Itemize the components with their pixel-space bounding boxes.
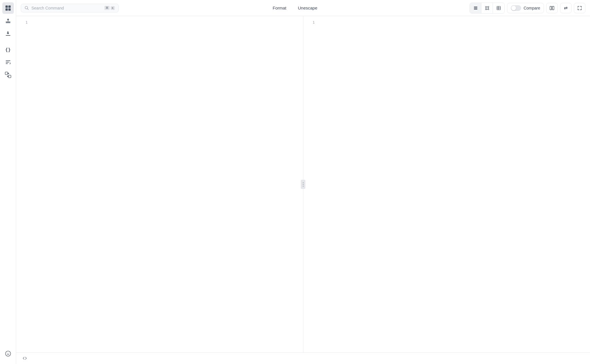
line-number: 1 [18, 20, 28, 26]
divider-handle[interactable] [301, 180, 305, 189]
swap-icon-button[interactable] [560, 3, 572, 13]
compare-toggle[interactable]: Compare [507, 3, 544, 13]
app-icon[interactable] [2, 2, 14, 14]
right-editor-content[interactable] [317, 16, 590, 352]
divider-dot [303, 186, 304, 187]
svg-rect-26 [552, 6, 554, 10]
svg-rect-9 [6, 62, 9, 62]
search-placeholder: Search Command [31, 6, 102, 10]
left-editor-pane: 1 [16, 16, 303, 352]
svg-rect-4 [6, 22, 10, 22]
compare-switch[interactable] [511, 5, 521, 11]
left-editor-content[interactable] [30, 16, 303, 352]
search-bar[interactable]: Search Command ⌘ K [21, 4, 119, 12]
main-content: Search Command ⌘ K Format Unescape [16, 0, 590, 364]
search-shortcut: ⌘ K [104, 6, 115, 10]
svg-rect-0 [5, 5, 8, 8]
sidebar-bottom [2, 348, 14, 359]
svg-rect-17 [474, 7, 477, 7]
tree-view-button[interactable] [481, 3, 493, 13]
svg-rect-5 [6, 22, 10, 23]
svg-point-22 [485, 9, 487, 10]
shortcut-key: K [111, 6, 115, 10]
svg-rect-19 [474, 9, 477, 10]
svg-point-15 [8, 353, 9, 354]
svg-rect-6 [6, 35, 10, 36]
svg-rect-2 [5, 8, 8, 11]
sort-icon[interactable] [2, 56, 14, 68]
svg-rect-24 [497, 6, 500, 10]
svg-rect-3 [8, 8, 11, 11]
download-icon[interactable] [2, 28, 14, 39]
vertical-bar-icon-button[interactable] [546, 3, 558, 13]
table-view-button[interactable] [493, 3, 504, 13]
feedback-icon[interactable] [2, 348, 14, 359]
toggle-knob [511, 6, 516, 10]
transform-icon[interactable] [2, 69, 14, 81]
svg-rect-27 [552, 7, 552, 9]
braces-icon[interactable]: {} [2, 44, 14, 55]
right-editor-pane: 1 [303, 16, 590, 352]
format-button[interactable]: Format [270, 4, 289, 12]
svg-point-14 [7, 353, 7, 354]
fullscreen-button[interactable] [574, 3, 585, 13]
svg-rect-25 [550, 6, 552, 10]
svg-rect-1 [8, 5, 11, 8]
upload-icon[interactable] [2, 15, 14, 26]
svg-point-23 [488, 9, 489, 10]
svg-rect-18 [474, 8, 477, 8]
svg-point-21 [488, 6, 489, 7]
svg-text:{}: {} [5, 47, 11, 52]
svg-rect-8 [6, 60, 10, 61]
unescape-button[interactable]: Unescape [296, 4, 320, 12]
svg-rect-10 [6, 63, 8, 64]
divider-dot [303, 182, 304, 183]
left-line-numbers: 1 [16, 16, 30, 352]
editor-area: 1 1 [16, 16, 590, 352]
divider-dots [303, 182, 304, 187]
toolbar: Search Command ⌘ K Format Unescape [16, 0, 590, 16]
svg-point-20 [485, 6, 487, 7]
toolbar-right: Compare [470, 3, 585, 14]
bottom-bar [16, 352, 590, 364]
divider-dot [303, 184, 304, 185]
svg-point-13 [5, 351, 11, 356]
search-icon [24, 6, 29, 10]
view-mode-group [470, 3, 505, 14]
shortcut-symbol: ⌘ [104, 6, 110, 10]
toolbar-center: Format Unescape [270, 4, 319, 12]
compare-label: Compare [523, 6, 540, 10]
sidebar: {} [0, 0, 16, 364]
line-number: 1 [306, 20, 315, 26]
expand-button[interactable] [21, 354, 29, 363]
list-view-button[interactable] [470, 3, 481, 13]
